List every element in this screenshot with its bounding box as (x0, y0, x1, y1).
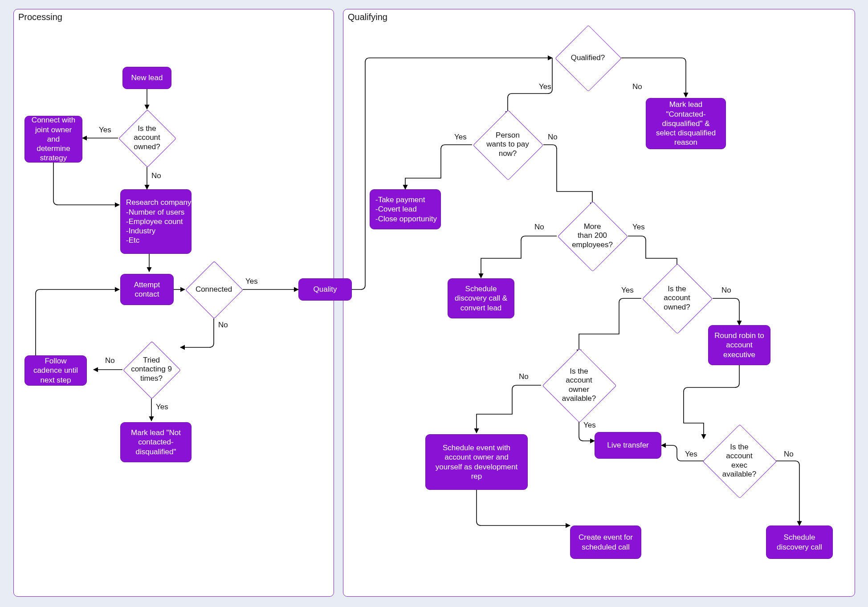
node-schedule-discovery-convert: Schedule discovery call & convert lead (448, 278, 514, 318)
node-attempt-contact: Attempt contact (120, 274, 174, 305)
node-new-lead: New lead (122, 67, 171, 89)
node-connect-joint: Connect with joint owner and determine s… (24, 116, 82, 163)
node-mark-not-contacted: Mark lead "Not contacted-disqualified" (120, 422, 192, 462)
node-mark-contacted-disq: Mark lead "Contacted-disqualified" & sel… (646, 98, 726, 149)
node-round-robin: Round robin to account executive (708, 325, 770, 365)
node-schedule-discovery: Schedule discovery call (766, 526, 833, 559)
node-schedule-event-owner: Schedule event with account owner and yo… (425, 434, 528, 490)
node-create-event: Create event for scheduled call (570, 526, 641, 559)
node-research: Research company: -Number of users -Empl… (120, 189, 192, 254)
group-qualifying: Qualifying (343, 9, 855, 597)
node-follow-cadence: Follow cadence until next step (24, 355, 87, 386)
group-qualifying-label: Qualifying (348, 12, 387, 22)
group-processing: Processing (13, 9, 334, 597)
node-quality: Quality (298, 278, 352, 301)
diagram-canvas: Processing Qualifying (0, 0, 868, 607)
group-processing-label: Processing (18, 12, 62, 22)
node-live-transfer: Live transfer (595, 432, 661, 459)
node-take-payment: -Take payment -Covert lead -Close opport… (370, 189, 441, 229)
